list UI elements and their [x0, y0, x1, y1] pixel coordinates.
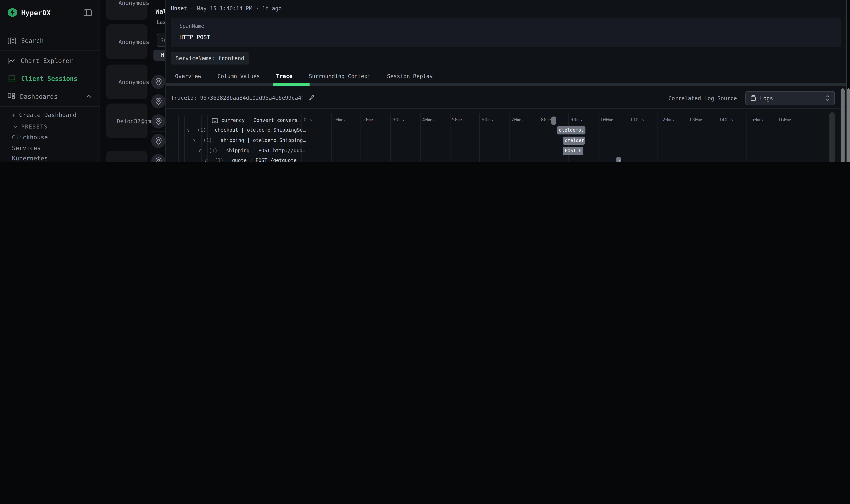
- location-pin-icon[interactable]: [151, 94, 165, 109]
- trace-span-row[interactable]: checkout | oteldemo.ShippingSe…: [215, 127, 306, 133]
- search-icon: [8, 37, 16, 44]
- sidebar-item-chart-explorer[interactable]: Chart Explorer: [0, 53, 100, 69]
- brand: HyperDX: [8, 8, 51, 17]
- chevron-down-icon[interactable]: ∨: [187, 128, 189, 133]
- edit-pencil-icon[interactable]: [309, 94, 315, 101]
- session-list-item[interactable]: Deion37@gm: [106, 104, 147, 138]
- logs-icon: [750, 95, 756, 101]
- session-list-item[interactable]: Anonymous: [106, 0, 147, 20]
- axis-tick-label: 0ms: [304, 117, 312, 122]
- span-duration-bar[interactable]: oteldemo.: [557, 126, 585, 134]
- pin-glyph: [155, 98, 162, 106]
- sidebar-item-client-sessions[interactable]: Client Sessions: [0, 70, 100, 87]
- log-source-select[interactable]: Logs: [745, 91, 835, 105]
- session-list-item[interactable]: Anonymous: [106, 65, 147, 99]
- presets-toggle[interactable]: PRESETS: [13, 124, 48, 130]
- location-pin-icon[interactable]: [151, 154, 165, 162]
- divider: [151, 30, 165, 30]
- trace-span-row[interactable]: shipping | POST http://quo…: [226, 148, 305, 153]
- sidebar-item-preset-kubernetes[interactable]: Kubernetes: [12, 155, 48, 162]
- grid-line: [657, 113, 658, 162]
- collapse-sidebar-icon[interactable]: [84, 9, 92, 16]
- window-scrollbar[interactable]: [847, 88, 850, 162]
- location-pin-icon[interactable]: [151, 75, 165, 89]
- tab-session-replay[interactable]: Session Replay: [387, 73, 433, 79]
- grid-line: [331, 113, 331, 162]
- grid-line: [509, 113, 509, 162]
- service-chip[interactable]: ServiceName: frontend: [171, 52, 249, 64]
- app-root: HyperDX SearchChart ExplorerClient Sessi…: [0, 0, 850, 162]
- sidebar: HyperDX SearchChart ExplorerClient Sessi…: [0, 0, 100, 162]
- trace-span-row[interactable]: shipping | oteldemo.Shipping…: [221, 138, 306, 143]
- trace-span-row[interactable]: currency | Convert convers…: [221, 118, 301, 123]
- span-duration-bar[interactable]: otelder: [563, 137, 585, 145]
- laptop-icon: [8, 75, 16, 82]
- tab-surrounding-context[interactable]: Surrounding Context: [309, 73, 371, 79]
- divider: [151, 92, 165, 92]
- modal-scrollbar[interactable]: [840, 88, 845, 162]
- divider: [151, 111, 165, 112]
- indent-guide: [178, 115, 179, 162]
- session-user-label: Anonymous: [106, 38, 151, 45]
- waterfall-scrollbar-track[interactable]: [829, 112, 835, 162]
- span-count: (1): [215, 158, 223, 162]
- grid-line: [479, 113, 480, 162]
- axis-tick-label: 150ms: [748, 117, 763, 122]
- chevron-down-icon[interactable]: ∨: [204, 158, 207, 162]
- log-source-value: Logs: [760, 95, 773, 101]
- axis-tick-label: 40ms: [422, 117, 434, 122]
- sidebar-item-label: Search: [21, 37, 43, 44]
- sidebar-item-preset-services[interactable]: Services: [12, 144, 41, 151]
- grid-line: [390, 113, 391, 162]
- grid-line: [776, 113, 776, 162]
- sidebar-item-search[interactable]: Search: [0, 33, 100, 49]
- session-detail-edge: Wal Las Sea H: [151, 0, 165, 162]
- span-duration-bar[interactable]: (: [616, 157, 621, 162]
- axis-tick-label: 90ms: [571, 117, 582, 122]
- session-list-item[interactable]: Anonymous: [106, 24, 147, 59]
- session-list-item[interactable]: Walton9@ho: [106, 151, 147, 162]
- tab-column-values[interactable]: Column Values: [217, 73, 260, 79]
- span-count: (1): [209, 148, 218, 153]
- span-duration-bar[interactable]: POST h: [563, 147, 583, 155]
- sidebar-item-label: Chart Explorer: [21, 57, 73, 65]
- session-subtitle-fragment: Las: [157, 19, 165, 25]
- button-fragment[interactable]: H: [153, 50, 165, 61]
- span-name-label: SpanName: [179, 23, 204, 29]
- select-caret-icon: [826, 95, 830, 101]
- trace-span-row[interactable]: quote | POST /getquote: [232, 158, 297, 162]
- presets-label: PRESETS: [21, 124, 48, 130]
- axis-tick-label: 160ms: [778, 117, 793, 122]
- tab-bar: OverviewColumn ValuesTraceSurrounding Co…: [175, 73, 433, 79]
- tab-trace[interactable]: Trace: [276, 73, 293, 79]
- chevron-down-icon[interactable]: ∨: [198, 148, 201, 153]
- search-input-fragment[interactable]: Sea: [157, 34, 165, 47]
- span-name-value: HTTP POST: [179, 34, 210, 40]
- sidebar-item-preset-clickhouse[interactable]: Clickhouse: [12, 134, 48, 141]
- chart-icon: [8, 57, 16, 64]
- divider: [0, 106, 100, 107]
- session-user-label: Anonymous: [106, 79, 151, 85]
- hyperdx-logo-icon: [8, 8, 17, 17]
- span-duration-bar[interactable]: [551, 116, 556, 125]
- axis-tick-label: 50ms: [452, 117, 464, 122]
- active-tab-indicator: [273, 83, 310, 86]
- location-pin-icon[interactable]: [151, 114, 165, 128]
- create-dashboard-button[interactable]: + Create Dashboard: [12, 112, 76, 119]
- span-count: (1): [203, 138, 212, 143]
- grid-line: [746, 113, 747, 162]
- grid-line: [420, 113, 420, 162]
- axis-tick-label: 130ms: [689, 117, 704, 122]
- session-list: AnonymousAnonymousAnonymousDeion37@gmWal…: [100, 0, 151, 162]
- tab-overview[interactable]: Overview: [175, 73, 201, 79]
- axis-tick-label: 70ms: [511, 117, 523, 122]
- location-pin-icon[interactable]: [151, 134, 165, 148]
- separator: ·: [256, 5, 259, 11]
- grid-icon: [8, 93, 15, 101]
- trace-id: TraceId: 957362828baa84dc02d95a4e6e99ca4…: [171, 94, 305, 101]
- grid-line: [361, 113, 361, 162]
- chevron-down-icon[interactable]: ∨: [193, 138, 196, 143]
- event-meta: Unset · May 15 1:40:14 PM · 1h ago: [171, 5, 282, 11]
- sidebar-item-dashboards[interactable]: Dashboards: [0, 88, 100, 105]
- pin-glyph: [155, 157, 162, 162]
